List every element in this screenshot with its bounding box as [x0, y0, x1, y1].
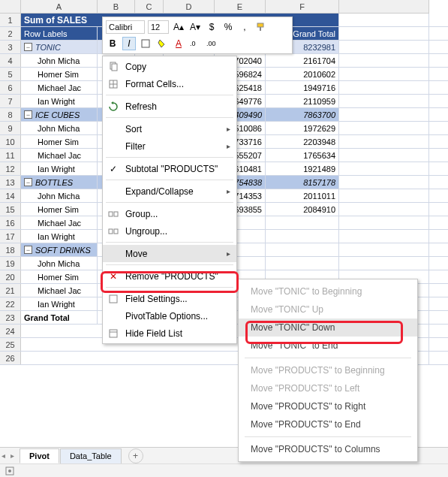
cell[interactable]: Homer Sim	[21, 135, 98, 148]
sheet-tab-pivot[interactable]: Pivot	[20, 448, 59, 463]
decrease-decimal-icon[interactable]: .0	[188, 37, 202, 50]
cell[interactable]	[339, 95, 429, 107]
cell[interactable]: 1972629	[266, 122, 339, 134]
cell[interactable]: Ian Wright	[21, 230, 98, 243]
cell[interactable]	[266, 257, 339, 270]
row-hdr[interactable]: 7	[0, 95, 21, 107]
cell[interactable]: 8157178	[266, 176, 339, 189]
col-hdr-c[interactable]: C	[135, 0, 164, 14]
cell[interactable]	[339, 108, 429, 121]
row-hdr[interactable]: 1	[0, 14, 21, 26]
row-hdr[interactable]: 2	[0, 27, 21, 40]
submenu-products-beginning[interactable]: Move "PRODUCTS" to Beginning	[239, 361, 417, 379]
row-hdr[interactable]: 20	[0, 270, 21, 283]
submenu-move-up[interactable]: Move "TONIC" Up	[239, 300, 417, 319]
submenu-move-down[interactable]: Move "TONIC" Down	[239, 319, 417, 337]
cell[interactable]: John Micha	[21, 122, 98, 134]
cell[interactable]: Ian Wright	[21, 95, 98, 107]
sheet-tab-data[interactable]: Data_Table	[60, 448, 122, 463]
row-hdr[interactable]: 13	[0, 176, 21, 189]
cell[interactable]	[339, 68, 429, 80]
submenu-products-right[interactable]: Move "PRODUCTS" to Right	[239, 397, 417, 415]
cell[interactable]: Ian Wright	[21, 162, 98, 175]
cell-group-ice[interactable]: −ICE CUBES	[21, 108, 98, 121]
menu-pivot-options[interactable]: PivotTable Options...	[103, 307, 236, 325]
menu-sort[interactable]: Sort▸	[103, 120, 236, 137]
col-hdr-g[interactable]	[339, 0, 429, 14]
submenu-move-end[interactable]: Move "TONIC" to End	[239, 337, 417, 355]
menu-refresh[interactable]: Refresh	[103, 98, 236, 115]
cell[interactable]: Michael Jac	[21, 81, 98, 94]
format-painter-icon[interactable]	[254, 20, 268, 34]
cell[interactable]	[339, 243, 429, 256]
cell[interactable]: Homer Sim	[21, 270, 98, 283]
accounting-format-icon[interactable]: $	[205, 20, 218, 34]
cell[interactable]: 2203948	[266, 135, 339, 148]
row-hdr[interactable]: 21	[0, 284, 21, 297]
new-sheet-button[interactable]: +	[128, 448, 143, 463]
increase-decimal-icon[interactable]: .00	[205, 37, 218, 50]
record-macro-icon[interactable]	[5, 466, 15, 476]
cell-group-bottles[interactable]: −BOTTLES	[21, 176, 98, 189]
collapse-icon[interactable]: −	[24, 246, 32, 254]
cell-group-tonic[interactable]: −TONIC	[21, 41, 98, 53]
row-hdr[interactable]: 11	[0, 149, 21, 162]
fill-color-icon[interactable]	[155, 37, 169, 50]
cell[interactable]: Homer Sim	[21, 203, 98, 216]
row-hdr[interactable]: 6	[0, 81, 21, 94]
decrease-font-icon[interactable]: A▾	[188, 20, 202, 34]
cell-grand-total-label[interactable]: Grand Total	[21, 311, 98, 324]
cell[interactable]: Homer Sim	[21, 68, 98, 80]
row-hdr[interactable]: 8	[0, 108, 21, 121]
row-hdr[interactable]: 9	[0, 122, 21, 134]
submenu-products-columns[interactable]: Move "PRODUCTS" to Columns	[239, 440, 417, 458]
col-hdr-a[interactable]: A	[21, 0, 98, 14]
submenu-products-left[interactable]: Move "PRODUCTS" to Left	[239, 379, 417, 397]
cell[interactable]	[339, 14, 429, 26]
select-all-corner[interactable]	[0, 0, 21, 14]
italic-button[interactable]: I	[122, 37, 136, 50]
row-hdr[interactable]: 4	[0, 54, 21, 67]
row-hdr[interactable]: 19	[0, 257, 21, 270]
menu-format-cells[interactable]: Format Cells...	[103, 75, 236, 92]
cell[interactable]: 2110959	[266, 95, 339, 107]
collapse-icon[interactable]: −	[24, 43, 32, 51]
cell-row-labels[interactable]: Row Labels	[21, 27, 98, 40]
row-hdr[interactable]: 16	[0, 216, 21, 229]
cell[interactable]	[339, 203, 429, 216]
menu-filter[interactable]: Filter▸	[103, 137, 236, 155]
menu-expand-collapse[interactable]: Expand/Collapse▸	[103, 183, 236, 200]
cell[interactable]: Ian Wright	[21, 297, 98, 310]
menu-copy[interactable]: Copy	[103, 58, 236, 75]
cell[interactable]: 1921489	[266, 162, 339, 175]
row-hdr[interactable]: 18	[0, 243, 21, 256]
submenu-products-end[interactable]: Move "PRODUCTS" to End	[239, 415, 417, 433]
row-hdr[interactable]: 25	[0, 338, 21, 351]
collapse-icon[interactable]: −	[24, 110, 32, 119]
collapse-icon[interactable]: −	[24, 178, 32, 186]
cell[interactable]	[339, 230, 429, 243]
col-hdr-d[interactable]: D	[164, 0, 215, 14]
row-hdr[interactable]: 15	[0, 203, 21, 216]
cell[interactable]: 7863700	[266, 108, 339, 121]
menu-group[interactable]: Group...	[103, 205, 236, 222]
menu-move[interactable]: Move▸	[103, 245, 236, 262]
row-hdr[interactable]: 14	[0, 189, 21, 202]
cell[interactable]: 1949716	[266, 81, 339, 94]
cell[interactable]	[266, 230, 339, 243]
row-hdr[interactable]: 22	[0, 297, 21, 310]
font-size-select[interactable]: 12	[148, 20, 169, 34]
cell[interactable]	[339, 176, 429, 189]
cell[interactable]	[339, 27, 429, 40]
cell[interactable]: 2084910	[266, 203, 339, 216]
menu-field-settings[interactable]: Field Settings...	[103, 290, 236, 307]
cell[interactable]: John Micha	[21, 54, 98, 67]
cell[interactable]: 2161704	[266, 54, 339, 67]
cell[interactable]	[339, 162, 429, 175]
row-hdr[interactable]: 10	[0, 135, 21, 148]
menu-hide-field-list[interactable]: Hide Field List	[103, 325, 236, 342]
borders-icon[interactable]	[139, 37, 152, 50]
cell-group-soft[interactable]: −SOFT DRINKS	[21, 243, 98, 256]
tab-nav[interactable]: ◂▸	[2, 451, 20, 460]
percent-format-icon[interactable]: %	[221, 20, 235, 34]
